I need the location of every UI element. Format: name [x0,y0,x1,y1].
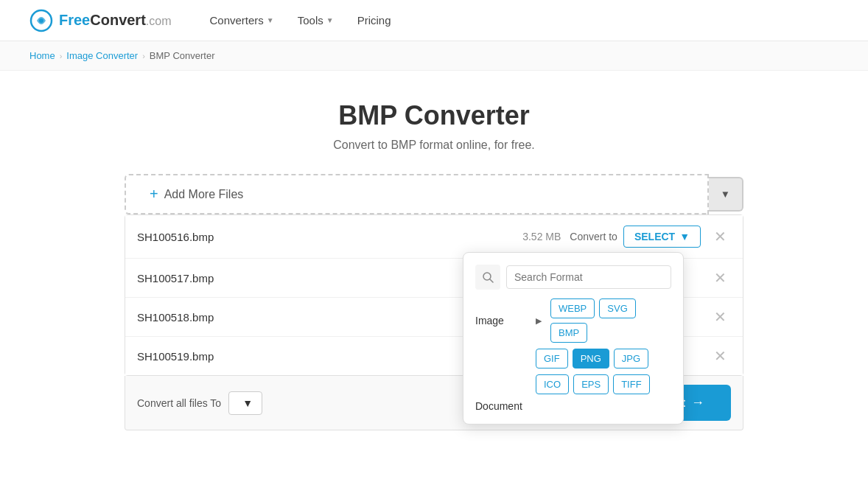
format-tag-svg[interactable]: SVG [599,298,635,318]
format-tag-ico[interactable]: ICO [536,374,569,394]
remove-file-button[interactable]: ✕ [710,269,731,287]
convert-arrow-icon: → [691,395,704,411]
breadcrumb-image-converter[interactable]: Image Converter [66,50,138,61]
logo-icon [29,9,53,32]
add-files-dropdown-toggle[interactable]: ▼ [709,177,743,212]
image-format-tags: WEBP SVG BMP [550,298,671,343]
svg-line-3 [490,279,493,282]
select-format-button[interactable]: SELECT ▼ [623,226,701,248]
image-category-arrow-icon: ▶ [536,316,542,326]
main: BMP Converter Convert to BMP format onli… [0,71,868,460]
logo-text: FreeConvert.com [59,12,172,29]
remove-file-button[interactable]: ✕ [710,347,731,365]
add-files-row: + Add More Files ▼ [125,174,743,214]
search-icon [475,265,500,290]
image-category-row: Image ▶ WEBP SVG BMP [475,298,671,343]
image-format-tags-row2: GIF PNG JPG [536,349,671,368]
search-format-input[interactable] [506,265,671,289]
remove-file-button[interactable]: ✕ [710,308,731,326]
convert-all-group: Convert all files To ▼ [137,391,262,415]
nav-links: Converters ▼ Tools ▼ Pricing [201,8,400,32]
convert-all-label: Convert all files To [137,397,221,409]
navbar: FreeConvert.com Converters ▼ Tools ▼ Pri… [0,0,868,41]
svg-point-1 [39,18,43,23]
breadcrumb-current: BMP Converter [150,50,215,61]
format-tag-gif[interactable]: GIF [536,349,568,368]
select-chevron-icon: ▼ [679,231,690,242]
file-name: SH100516.bmp [137,231,522,243]
format-tag-bmp[interactable]: BMP [550,323,587,343]
file-size: 3.52 MB [522,231,561,242]
convert-all-chevron-icon: ▼ [242,397,253,409]
convert-to-label: Convert to [570,231,617,242]
format-popup: Image ▶ WEBP SVG BMP GIF PNG JPG [463,252,684,425]
format-tag-jpg[interactable]: JPG [614,349,648,368]
table-row: SH100516.bmp 3.52 MB Convert to SELECT ▼… [125,215,743,259]
document-category-label: Document [475,400,527,412]
converters-chevron-icon: ▼ [267,16,274,24]
tools-chevron-icon: ▼ [326,16,334,24]
document-category-row: Document [475,400,671,412]
breadcrumb-sep-1: › [60,52,63,60]
breadcrumb: Home › Image Converter › BMP Converter [0,41,868,71]
add-files-button[interactable]: + Add More Files [125,174,709,214]
select-label: SELECT [634,231,675,242]
tools-menu[interactable]: Tools ▼ [289,8,343,32]
format-tag-webp[interactable]: WEBP [550,298,595,318]
add-files-label: Add More Files [164,188,244,201]
breadcrumb-sep-2: › [142,52,145,60]
page-title: BMP Converter [15,100,853,131]
format-tag-tiff[interactable]: TIFF [613,374,649,394]
file-list: SH100516.bmp 3.52 MB Convert to SELECT ▼… [125,214,743,376]
format-tag-eps[interactable]: EPS [573,374,609,394]
image-category-label: Image [475,315,527,326]
upload-container: + Add More Files ▼ SH100516.bmp 3.52 MB … [125,174,743,430]
converters-menu[interactable]: Converters ▼ [201,8,283,32]
page-subtitle: Convert to BMP format online, for free. [15,139,853,152]
dropdown-chevron-icon: ▼ [721,189,730,200]
plus-icon: + [150,186,158,203]
image-format-tags-row3: ICO EPS TIFF [536,374,671,394]
logo[interactable]: FreeConvert.com [29,9,172,32]
breadcrumb-home[interactable]: Home [29,50,55,61]
pricing-link[interactable]: Pricing [349,8,400,32]
convert-all-select[interactable]: ▼ [228,391,262,415]
remove-file-button[interactable]: ✕ [710,228,731,245]
format-tag-png[interactable]: PNG [573,349,609,368]
search-row [475,265,671,290]
